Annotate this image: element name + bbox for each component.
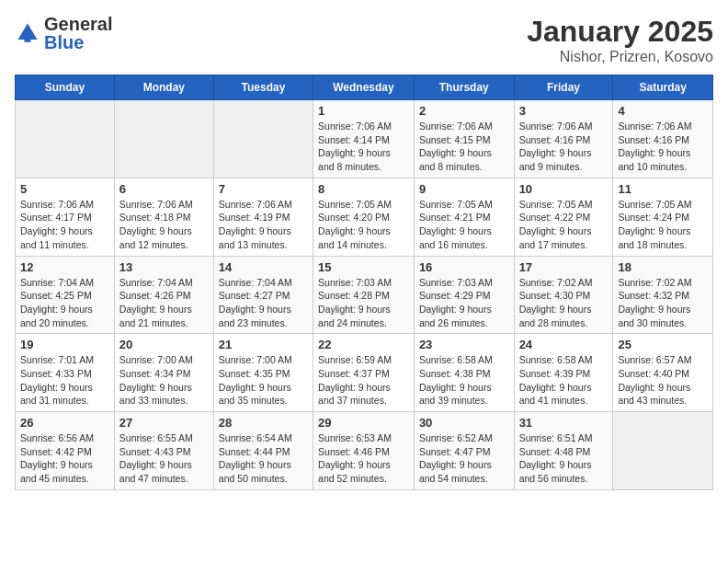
day-detail: Sunrise: 6:59 AM Sunset: 4:37 PM Dayligh… bbox=[318, 353, 409, 408]
day-detail: Sunrise: 6:56 AM Sunset: 4:42 PM Dayligh… bbox=[20, 431, 109, 486]
logo-general: General bbox=[44, 15, 112, 33]
day-number: 5 bbox=[20, 182, 109, 196]
day-detail: Sunrise: 7:06 AM Sunset: 4:17 PM Dayligh… bbox=[20, 198, 109, 252]
day-number: 30 bbox=[419, 416, 509, 430]
day-number: 7 bbox=[219, 182, 308, 196]
day-number: 16 bbox=[419, 260, 509, 274]
calendar-cell: 15Sunrise: 7:03 AM Sunset: 4:28 PM Dayli… bbox=[313, 256, 415, 334]
day-number: 17 bbox=[519, 260, 609, 274]
day-detail: Sunrise: 7:05 AM Sunset: 4:21 PM Dayligh… bbox=[419, 198, 509, 252]
calendar-cell: 16Sunrise: 7:03 AM Sunset: 4:29 PM Dayli… bbox=[414, 256, 514, 334]
day-detail: Sunrise: 6:52 AM Sunset: 4:47 PM Dayligh… bbox=[419, 431, 509, 486]
day-detail: Sunrise: 7:00 AM Sunset: 4:35 PM Dayligh… bbox=[219, 353, 308, 408]
calendar-cell: 4Sunrise: 7:06 AM Sunset: 4:16 PM Daylig… bbox=[613, 100, 713, 178]
day-detail: Sunrise: 6:58 AM Sunset: 4:38 PM Dayligh… bbox=[419, 353, 509, 408]
day-detail: Sunrise: 7:06 AM Sunset: 4:16 PM Dayligh… bbox=[618, 120, 708, 174]
calendar-cell bbox=[114, 100, 213, 178]
day-detail: Sunrise: 7:03 AM Sunset: 4:29 PM Dayligh… bbox=[419, 276, 509, 330]
day-number: 24 bbox=[519, 338, 609, 351]
calendar-week-row: 26Sunrise: 6:56 AM Sunset: 4:42 PM Dayli… bbox=[16, 412, 713, 490]
day-detail: Sunrise: 7:05 AM Sunset: 4:22 PM Dayligh… bbox=[519, 198, 609, 252]
day-detail: Sunrise: 6:51 AM Sunset: 4:48 PM Dayligh… bbox=[519, 431, 609, 486]
day-detail: Sunrise: 7:06 AM Sunset: 4:19 PM Dayligh… bbox=[219, 198, 308, 252]
weekday-header: Monday bbox=[114, 75, 213, 100]
weekday-header: Friday bbox=[514, 75, 613, 100]
calendar-cell: 13Sunrise: 7:04 AM Sunset: 4:26 PM Dayli… bbox=[114, 256, 213, 334]
calendar-cell: 28Sunrise: 6:54 AM Sunset: 4:44 PM Dayli… bbox=[213, 412, 313, 490]
day-detail: Sunrise: 7:06 AM Sunset: 4:14 PM Dayligh… bbox=[318, 120, 409, 174]
calendar-cell: 31Sunrise: 6:51 AM Sunset: 4:48 PM Dayli… bbox=[514, 412, 613, 490]
calendar-cell: 26Sunrise: 6:56 AM Sunset: 4:42 PM Dayli… bbox=[16, 412, 115, 490]
day-detail: Sunrise: 7:03 AM Sunset: 4:28 PM Dayligh… bbox=[318, 276, 409, 330]
day-detail: Sunrise: 7:00 AM Sunset: 4:34 PM Dayligh… bbox=[119, 353, 209, 408]
day-number: 12 bbox=[20, 260, 109, 274]
calendar-cell: 1Sunrise: 7:06 AM Sunset: 4:14 PM Daylig… bbox=[313, 100, 415, 178]
calendar-cell: 24Sunrise: 6:58 AM Sunset: 4:39 PM Dayli… bbox=[514, 334, 613, 412]
calendar-cell: 21Sunrise: 7:00 AM Sunset: 4:35 PM Dayli… bbox=[213, 334, 313, 412]
logo: General Blue bbox=[15, 15, 112, 52]
day-number: 31 bbox=[519, 416, 609, 430]
day-number: 4 bbox=[618, 104, 708, 118]
calendar-week-row: 12Sunrise: 7:04 AM Sunset: 4:25 PM Dayli… bbox=[16, 256, 713, 334]
logo-icon bbox=[15, 20, 40, 46]
calendar-cell bbox=[613, 412, 713, 490]
day-detail: Sunrise: 7:06 AM Sunset: 4:16 PM Dayligh… bbox=[519, 120, 609, 174]
calendar-header: SundayMondayTuesdayWednesdayThursdayFrid… bbox=[16, 75, 713, 100]
calendar-cell: 14Sunrise: 7:04 AM Sunset: 4:27 PM Dayli… bbox=[213, 256, 313, 334]
day-number: 6 bbox=[119, 182, 209, 196]
day-number: 20 bbox=[119, 338, 209, 351]
day-detail: Sunrise: 7:04 AM Sunset: 4:27 PM Dayligh… bbox=[219, 276, 308, 330]
day-number: 15 bbox=[318, 260, 409, 274]
weekday-header: Saturday bbox=[613, 75, 713, 100]
calendar-title: January 2025 bbox=[527, 15, 713, 49]
calendar-subtitle: Nishor, Prizren, Kosovo bbox=[527, 49, 713, 65]
day-number: 21 bbox=[219, 338, 308, 351]
day-number: 9 bbox=[419, 182, 509, 196]
day-detail: Sunrise: 7:01 AM Sunset: 4:33 PM Dayligh… bbox=[20, 353, 109, 408]
calendar-cell: 20Sunrise: 7:00 AM Sunset: 4:34 PM Dayli… bbox=[114, 334, 213, 412]
day-number: 14 bbox=[219, 260, 308, 274]
day-detail: Sunrise: 6:55 AM Sunset: 4:43 PM Dayligh… bbox=[119, 431, 209, 486]
calendar-week-row: 5Sunrise: 7:06 AM Sunset: 4:17 PM Daylig… bbox=[16, 178, 713, 256]
day-detail: Sunrise: 6:58 AM Sunset: 4:39 PM Dayligh… bbox=[519, 353, 609, 408]
day-number: 8 bbox=[318, 182, 409, 196]
calendar-cell: 27Sunrise: 6:55 AM Sunset: 4:43 PM Dayli… bbox=[114, 412, 213, 490]
weekday-header: Thursday bbox=[414, 75, 514, 100]
calendar-cell: 8Sunrise: 7:05 AM Sunset: 4:20 PM Daylig… bbox=[313, 178, 415, 256]
day-number: 26 bbox=[20, 416, 109, 430]
calendar-cell: 10Sunrise: 7:05 AM Sunset: 4:22 PM Dayli… bbox=[514, 178, 613, 256]
calendar-cell: 9Sunrise: 7:05 AM Sunset: 4:21 PM Daylig… bbox=[414, 178, 514, 256]
day-number: 2 bbox=[419, 104, 509, 118]
day-detail: Sunrise: 7:04 AM Sunset: 4:26 PM Dayligh… bbox=[119, 276, 209, 330]
calendar-cell: 18Sunrise: 7:02 AM Sunset: 4:32 PM Dayli… bbox=[613, 256, 713, 334]
logo-text: General Blue bbox=[44, 15, 112, 52]
calendar-body: 1Sunrise: 7:06 AM Sunset: 4:14 PM Daylig… bbox=[16, 100, 713, 490]
calendar-week-row: 19Sunrise: 7:01 AM Sunset: 4:33 PM Dayli… bbox=[16, 334, 713, 412]
page-header: General Blue January 2025 Nishor, Prizre… bbox=[15, 15, 713, 65]
day-detail: Sunrise: 7:05 AM Sunset: 4:20 PM Dayligh… bbox=[318, 198, 409, 252]
day-detail: Sunrise: 7:02 AM Sunset: 4:32 PM Dayligh… bbox=[618, 276, 708, 330]
weekday-header: Sunday bbox=[16, 75, 115, 100]
day-detail: Sunrise: 6:57 AM Sunset: 4:40 PM Dayligh… bbox=[618, 353, 708, 408]
day-number: 1 bbox=[318, 104, 409, 118]
day-number: 22 bbox=[318, 338, 409, 351]
day-detail: Sunrise: 7:04 AM Sunset: 4:25 PM Dayligh… bbox=[20, 276, 109, 330]
day-detail: Sunrise: 7:06 AM Sunset: 4:15 PM Dayligh… bbox=[419, 120, 509, 174]
calendar-cell: 30Sunrise: 6:52 AM Sunset: 4:47 PM Dayli… bbox=[414, 412, 514, 490]
calendar-cell: 23Sunrise: 6:58 AM Sunset: 4:38 PM Dayli… bbox=[414, 334, 514, 412]
weekday-row: SundayMondayTuesdayWednesdayThursdayFrid… bbox=[16, 75, 713, 100]
day-number: 10 bbox=[519, 182, 609, 196]
day-detail: Sunrise: 7:05 AM Sunset: 4:24 PM Dayligh… bbox=[618, 198, 708, 252]
calendar-cell: 19Sunrise: 7:01 AM Sunset: 4:33 PM Dayli… bbox=[16, 334, 115, 412]
day-number: 25 bbox=[618, 338, 708, 351]
day-number: 27 bbox=[119, 416, 209, 430]
calendar-table: SundayMondayTuesdayWednesdayThursdayFrid… bbox=[15, 75, 713, 490]
day-detail: Sunrise: 7:06 AM Sunset: 4:18 PM Dayligh… bbox=[119, 198, 209, 252]
title-block: January 2025 Nishor, Prizren, Kosovo bbox=[527, 15, 713, 65]
calendar-cell: 25Sunrise: 6:57 AM Sunset: 4:40 PM Dayli… bbox=[613, 334, 713, 412]
calendar-cell: 3Sunrise: 7:06 AM Sunset: 4:16 PM Daylig… bbox=[514, 100, 613, 178]
day-number: 28 bbox=[219, 416, 308, 430]
calendar-cell: 29Sunrise: 6:53 AM Sunset: 4:46 PM Dayli… bbox=[313, 412, 415, 490]
calendar-cell: 2Sunrise: 7:06 AM Sunset: 4:15 PM Daylig… bbox=[414, 100, 514, 178]
svg-marker-0 bbox=[18, 24, 38, 40]
